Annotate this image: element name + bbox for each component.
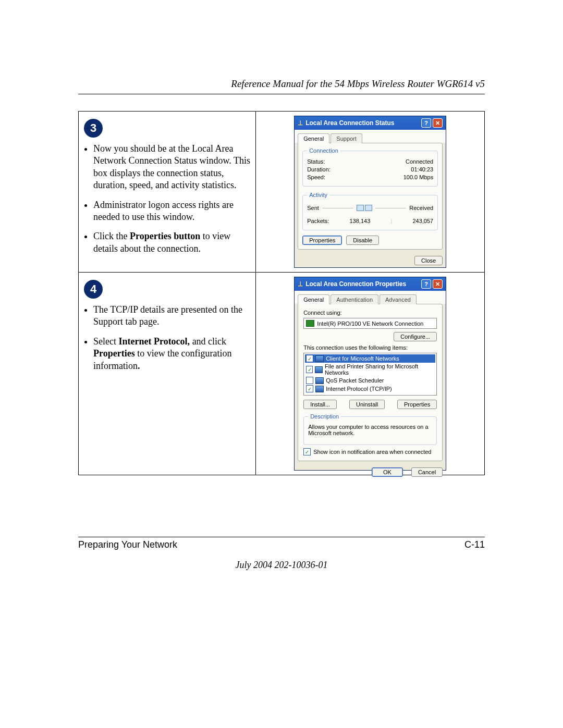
tab-support[interactable]: Support (331, 133, 362, 143)
cancel-button[interactable]: Cancel (411, 467, 443, 477)
show-icon-label: Show icon in notification area when conn… (313, 449, 431, 455)
properties-window: ⊥ Local Area Connection Properties ? ✕ G… (294, 277, 446, 471)
rule-top (78, 94, 485, 94)
item-label: QoS Packet Scheduler (326, 377, 384, 384)
checkbox[interactable]: ✓ (306, 366, 313, 373)
packets-received: 243,057 (412, 218, 433, 224)
step4-text-cell: 4 The TCP/IP details are presented on th… (79, 273, 256, 475)
packets-label: Packets: (307, 218, 329, 224)
speed-value: 100.0 Mbps (403, 174, 433, 180)
properties-button[interactable]: Properties (302, 236, 342, 245)
checkbox[interactable]: ✓ (306, 355, 313, 362)
connection-group: Connection Status:Connected Duration:01:… (302, 147, 438, 187)
step4-figure-cell: ⊥ Local Area Connection Properties ? ✕ G… (256, 273, 485, 475)
status-title-text: Local Area Connection Status (305, 119, 394, 127)
item-label: Client for Microsoft Networks (326, 355, 399, 362)
status-titlebar: ⊥ Local Area Connection Status ? ✕ (295, 116, 446, 130)
list-item-tcpip[interactable]: ✓ Internet Protocol (TCP/IP) (305, 385, 435, 393)
list-item-client[interactable]: ✓ Client for Microsoft Networks (305, 354, 435, 363)
packets-sent: 138,143 (350, 218, 371, 224)
step3-bullet-3: Click the Properties button to view deta… (93, 230, 252, 255)
step4-bullet-2: Select Internet Protocol, and click Prop… (93, 336, 252, 372)
component-icon (315, 377, 324, 384)
received-label: Received (409, 205, 433, 211)
list-item-fileprint[interactable]: ✓ File and Printer Sharing for Microsoft… (305, 363, 435, 376)
item-label: Internet Protocol (TCP/IP) (326, 386, 392, 392)
checkbox[interactable]: ✓ (306, 385, 313, 392)
sent-label: Sent (307, 205, 319, 211)
speed-label: Speed: (307, 174, 325, 180)
steps-table: 3 Now you should be at the Local Area Ne… (78, 111, 485, 475)
footer-date: July 2004 202-10036-01 (78, 560, 485, 571)
footer-section: Preparing Your Network (78, 539, 177, 550)
activity-legend: Activity (307, 192, 329, 198)
tab-advanced[interactable]: Advanced (380, 294, 417, 304)
component-icon (315, 366, 323, 373)
description-group: Description Allows your computer to acce… (303, 413, 437, 445)
status-label: Status: (307, 158, 325, 165)
activity-group: Activity Sent Received Packets: 138,143 (302, 192, 438, 230)
list-item-qos[interactable]: QoS Packet Scheduler (305, 376, 435, 385)
tab-authentication[interactable]: Authentication (331, 294, 378, 304)
props-title-text: Local Area Connection Properties (305, 280, 406, 288)
uses-items-label: This connection uses the following items… (303, 344, 437, 351)
footer-pagenum: C-11 (464, 539, 485, 550)
description-text: Allows your computer to access resources… (308, 424, 432, 436)
properties-button[interactable]: Properties (397, 400, 437, 409)
item-label: File and Printer Sharing for Microsoft N… (325, 363, 434, 376)
nic-icon (306, 320, 314, 327)
status-value: Connected (406, 158, 433, 165)
checkbox[interactable] (306, 377, 313, 384)
configure-button[interactable]: Configure... (394, 332, 437, 341)
props-titlebar: ⊥ Local Area Connection Properties ? ✕ (295, 277, 446, 291)
tab-general[interactable]: General (298, 133, 329, 143)
uninstall-button[interactable]: Uninstall (349, 400, 385, 409)
rule-bottom (78, 537, 485, 537)
network-icon: ⊥ (298, 280, 303, 288)
step3-bullet-2: Administrator logon access rights are ne… (93, 199, 252, 224)
duration-label: Duration: (307, 166, 331, 172)
component-icon (315, 355, 324, 362)
help-icon[interactable]: ? (421, 118, 431, 128)
components-list[interactable]: ✓ Client for Microsoft Networks ✓ File a… (303, 353, 437, 396)
component-icon (315, 386, 324, 392)
status-window: ⊥ Local Area Connection Status ? ✕ Gener… (294, 116, 446, 268)
step3-text-cell: 3 Now you should be at the Local Area Ne… (79, 112, 256, 273)
close-button[interactable]: Close (414, 256, 443, 265)
doc-title: Reference Manual for the 54 Mbps Wireles… (78, 78, 485, 90)
show-icon-checkbox[interactable]: ✓ (303, 448, 311, 455)
tab-general[interactable]: General (298, 294, 329, 304)
adapter-name: Intel(R) PRO/100 VE Network Connection (317, 320, 423, 327)
duration-value: 01:40:23 (411, 166, 433, 172)
activity-icon (357, 202, 372, 214)
help-icon[interactable]: ? (421, 279, 431, 289)
step3-bullet-1: Now you should be at the Local Area Netw… (93, 143, 252, 192)
network-icon: ⊥ (298, 119, 303, 127)
step3-badge: 3 (84, 119, 103, 138)
description-legend: Description (308, 413, 341, 419)
step4-badge: 4 (84, 280, 103, 299)
connection-legend: Connection (307, 147, 340, 154)
close-icon[interactable]: ✕ (433, 279, 443, 289)
install-button[interactable]: Install... (303, 400, 337, 409)
disable-button[interactable]: Disable (346, 236, 379, 245)
step4-bullet-1: The TCP/IP details are presented on the … (93, 304, 252, 328)
adapter-field: Intel(R) PRO/100 VE Network Connection (303, 318, 437, 329)
step3-figure-cell: ⊥ Local Area Connection Status ? ✕ Gener… (256, 112, 485, 273)
ok-button[interactable]: OK (372, 467, 403, 477)
close-icon[interactable]: ✕ (433, 118, 443, 128)
connect-using-label: Connect using: (303, 310, 437, 316)
